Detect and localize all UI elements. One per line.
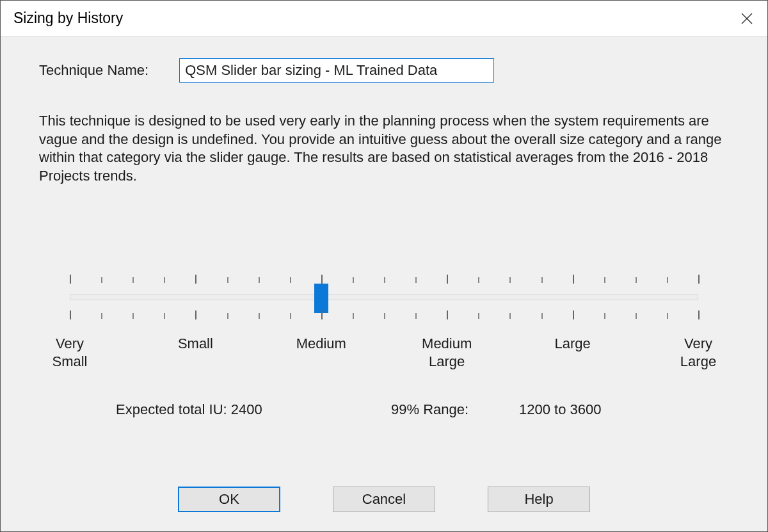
technique-name-input[interactable] — [179, 58, 494, 83]
tick-minor — [259, 277, 260, 283]
tick-major — [573, 275, 574, 284]
tick-minor — [353, 313, 354, 319]
tick-minor — [384, 277, 385, 283]
slider-track-wrap[interactable] — [70, 284, 698, 310]
expected-value: 2400 — [231, 401, 262, 417]
tick-minor — [415, 313, 417, 319]
slider-category-label: Large — [554, 335, 590, 353]
tick-minor — [290, 277, 291, 283]
size-slider: VerySmallSmallMediumMediumLargeLargeVery… — [70, 275, 698, 378]
close-icon — [740, 12, 753, 25]
tick-major — [70, 310, 71, 319]
titlebar: Sizing by History — [1, 1, 767, 36]
range-value: 1200 to 3600 — [519, 401, 601, 418]
slider-category-label: MediumLarge — [422, 335, 472, 370]
tick-major — [70, 275, 71, 284]
tick-major — [195, 275, 196, 284]
ok-button[interactable]: OK — [178, 487, 280, 512]
cancel-button[interactable]: Cancel — [333, 487, 435, 512]
tick-major — [698, 275, 700, 284]
range-label: 99% Range: — [391, 401, 519, 418]
slider-category-label: VeryLarge — [680, 335, 716, 370]
tick-minor — [636, 277, 637, 283]
expected-label: Expected total IU: — [116, 401, 227, 417]
tick-minor — [132, 277, 134, 283]
tick-minor — [541, 277, 543, 283]
slider-thumb[interactable] — [314, 284, 328, 313]
help-button[interactable]: Help — [488, 487, 590, 512]
window-title: Sizing by History — [13, 10, 123, 27]
tick-minor — [478, 277, 479, 283]
slider-ticks-bottom — [70, 310, 698, 319]
tick-minor — [290, 313, 291, 319]
technique-label: Technique Name: — [39, 62, 148, 79]
tick-minor — [541, 313, 543, 319]
slider-ticks-top — [70, 275, 698, 284]
tick-minor — [227, 277, 228, 283]
tick-major — [447, 310, 448, 319]
tick-minor — [101, 277, 102, 283]
tick-minor — [227, 313, 228, 319]
slider-track — [70, 294, 698, 300]
tick-minor — [604, 313, 605, 319]
tick-minor — [259, 313, 260, 319]
results-row: Expected total IU: 2400 99% Range: 1200 … — [116, 401, 729, 418]
tick-minor — [604, 277, 605, 283]
technique-row: Technique Name: — [39, 58, 729, 83]
tick-minor — [384, 313, 385, 319]
tick-minor — [164, 313, 165, 319]
tick-major — [195, 310, 196, 319]
tick-major — [321, 310, 323, 319]
slider-category-label: Small — [178, 335, 213, 353]
tick-minor — [478, 313, 479, 319]
tick-minor — [667, 313, 668, 319]
tick-minor — [509, 313, 511, 319]
tick-minor — [509, 277, 511, 283]
tick-minor — [101, 313, 102, 319]
close-button[interactable] — [730, 4, 764, 33]
tick-minor — [132, 313, 134, 319]
expected-total: Expected total IU: 2400 — [116, 401, 391, 418]
dialog-window: Sizing by History Technique Name: This t… — [0, 0, 768, 532]
tick-major — [573, 310, 574, 319]
slider-category-labels: VerySmallSmallMediumMediumLargeLargeVery… — [70, 335, 698, 378]
tick-minor — [667, 277, 668, 283]
description-text: This technique is designed to be used ve… — [39, 112, 729, 185]
tick-major — [698, 310, 700, 319]
dialog-buttons: OK Cancel Help — [1, 487, 767, 512]
tick-minor — [353, 277, 354, 283]
tick-minor — [415, 277, 417, 283]
tick-major — [321, 275, 323, 284]
tick-minor — [164, 277, 165, 283]
dialog-content: Technique Name: This technique is design… — [1, 36, 767, 531]
tick-major — [447, 275, 448, 284]
tick-minor — [636, 313, 637, 319]
slider-category-label: VerySmall — [52, 335, 87, 370]
slider-category-label: Medium — [296, 335, 346, 353]
